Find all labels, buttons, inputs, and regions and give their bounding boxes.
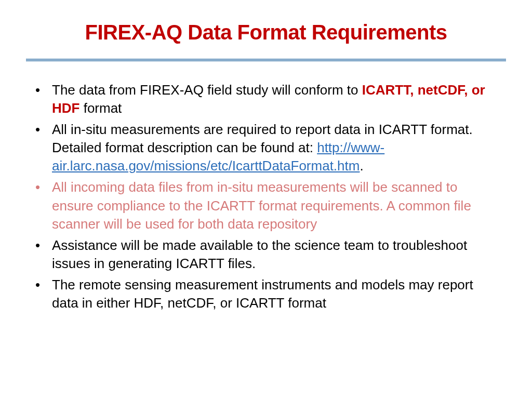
bullet-list: The data from FIREX-AQ field study will … xyxy=(26,81,506,312)
slide-title: FIREX-AQ Data Format Requirements xyxy=(26,21,506,44)
bullet-text: The remote sensing measurement instrumen… xyxy=(52,277,473,311)
bullet-text: Assistance will be made available to the… xyxy=(52,237,467,271)
bullet-item-3: All incoming data files from in-situ mea… xyxy=(52,178,506,233)
bullet-text-pre: All in-situ measurements are required to… xyxy=(52,122,473,155)
title-divider xyxy=(26,59,506,61)
bullet-item-2: All in-situ measurements are required to… xyxy=(52,121,506,175)
bullet-text-post: . xyxy=(360,158,363,174)
bullet-text-pre: The data from FIREX-AQ field study will … xyxy=(52,82,362,98)
bullet-item-4: Assistance will be made available to the… xyxy=(52,236,506,273)
slide-container: FIREX-AQ Data Format Requirements The da… xyxy=(0,0,532,399)
bullet-item-5: The remote sensing measurement instrumen… xyxy=(52,276,506,312)
bullet-text: All incoming data files from in-situ mea… xyxy=(52,179,471,231)
bullet-item-1: The data from FIREX-AQ field study will … xyxy=(52,81,506,117)
bullet-text-post: format xyxy=(79,100,122,116)
